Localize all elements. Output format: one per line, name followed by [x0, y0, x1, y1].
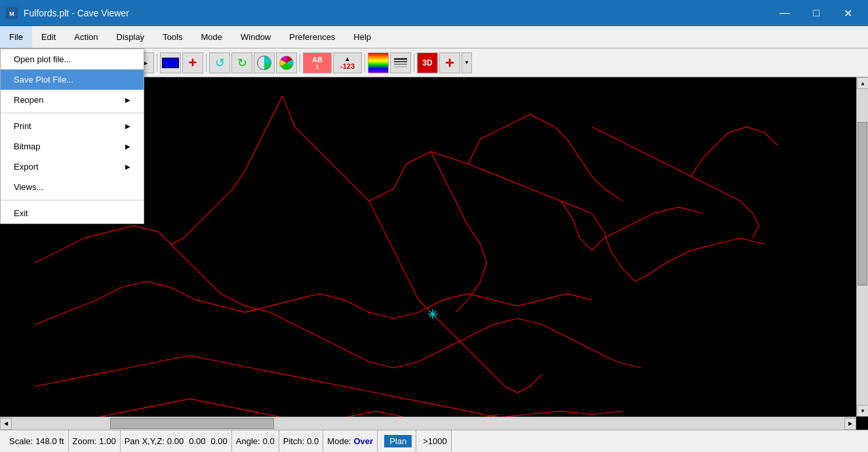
- horizontal-scrollbar[interactable]: ◀ ▶: [0, 417, 856, 430]
- pitch-label: Pitch:: [283, 436, 305, 446]
- app-icon: M: [5, 7, 18, 20]
- red-crosshair-button[interactable]: [439, 52, 460, 73]
- extra-segment: >1000: [416, 430, 452, 452]
- scroll-left-button[interactable]: ◀: [0, 418, 12, 430]
- 3d-icon: 3D: [422, 58, 432, 67]
- zoom-value: 1.00: [99, 436, 115, 446]
- scroll-up-button[interactable]: ▲: [857, 77, 868, 89]
- pan-label: Pan X,Y,Z:: [125, 436, 165, 446]
- bitmap-arrow: ▶: [125, 143, 130, 150]
- menu-action[interactable]: Action: [65, 26, 107, 48]
- menu-bar: File Open plot file... Save Plot File...…: [0, 26, 868, 48]
- close-button[interactable]: ✕: [833, 3, 863, 24]
- pan-z-value: 0.00: [210, 436, 227, 446]
- pie-chart-1-button[interactable]: [254, 52, 275, 73]
- scale-segment: Scale: 148.0 ft: [5, 430, 69, 452]
- menu-preferences-label: Preferences: [289, 32, 335, 42]
- menu-help[interactable]: Help: [344, 26, 380, 48]
- rotate-ccw-icon: ↺: [215, 56, 225, 70]
- extra-value: >1000: [423, 436, 447, 446]
- menu-views[interactable]: Views...: [1, 177, 144, 197]
- svg-text:M: M: [9, 10, 14, 17]
- menu-bitmap[interactable]: Bitmap ▶: [1, 136, 144, 157]
- menu-save-plot[interactable]: Save Plot File...: [1, 69, 144, 90]
- title-bar: M Fulfords.plt - Cave Viewer — □ ✕: [0, 0, 868, 26]
- zoom-button[interactable]: [160, 52, 181, 73]
- ab-icon-top: AB: [312, 56, 323, 64]
- line-style-icon2: [394, 61, 407, 62]
- color-palette-button[interactable]: [368, 52, 389, 73]
- pie-chart-2-icon: [279, 56, 294, 70]
- menu-export[interactable]: Export ▶: [1, 157, 144, 177]
- pie-chart-2-button[interactable]: [276, 52, 297, 73]
- title-bar-controls: — □ ✕: [770, 3, 863, 24]
- export-arrow: ▶: [125, 163, 130, 170]
- menu-edit[interactable]: Edit: [32, 26, 65, 48]
- rotate-cw-button[interactable]: ↻: [231, 52, 252, 73]
- plan-segment[interactable]: Plan: [378, 430, 416, 452]
- menu-window-label: Window: [241, 32, 271, 42]
- scroll-right-button[interactable]: ▶: [844, 418, 856, 430]
- menu-print[interactable]: Print ▶: [1, 116, 144, 136]
- num-icon-top: ▲: [345, 56, 351, 62]
- add-button[interactable]: +: [182, 52, 203, 73]
- maximize-button[interactable]: □: [801, 3, 831, 24]
- end-dropdown-icon: ▼: [464, 60, 469, 66]
- menu-display[interactable]: Display: [108, 26, 154, 48]
- minimize-button[interactable]: —: [770, 3, 800, 24]
- scroll-thumb-horizontal[interactable]: [110, 418, 274, 429]
- line-style-icon4: [394, 66, 407, 67]
- rotate-cw-icon: ↻: [237, 56, 247, 70]
- menu-action-label: Action: [74, 32, 98, 42]
- zoom-segment: Zoom: 1.00: [69, 430, 121, 452]
- angle-segment: Angle: 0.0: [232, 430, 279, 452]
- scroll-track-horizontal[interactable]: [12, 417, 844, 430]
- menu-tools[interactable]: Tools: [153, 26, 191, 48]
- angle-label: Angle:: [236, 436, 260, 446]
- file-dropdown: Open plot file... Save Plot File... Reop…: [0, 48, 144, 224]
- menu-mode[interactable]: Mode: [191, 26, 231, 48]
- scroll-track-vertical[interactable]: [857, 89, 868, 405]
- line-style-icon: [394, 58, 407, 60]
- rotate-ccw-button[interactable]: ↺: [209, 52, 230, 73]
- separator-2: [1, 200, 144, 200]
- scroll-down-button[interactable]: ▼: [857, 405, 868, 417]
- mode-value: Over: [353, 436, 373, 446]
- add-icon: +: [189, 56, 197, 70]
- menu-mode-label: Mode: [201, 32, 222, 42]
- scroll-thumb-vertical[interactable]: [858, 122, 867, 286]
- 3d-view-button[interactable]: 3D: [417, 52, 438, 73]
- menu-file-label: File: [9, 32, 23, 42]
- sep2: [157, 54, 157, 72]
- reopen-arrow: ▶: [125, 96, 130, 104]
- status-bar: Scale: 148.0 ft Zoom: 1.00 Pan X,Y,Z: 0.…: [0, 430, 868, 452]
- sep5: [365, 54, 365, 72]
- menu-open-plot[interactable]: Open plot file...: [1, 49, 144, 69]
- menu-preferences[interactable]: Preferences: [280, 26, 344, 48]
- vertical-scrollbar[interactable]: ▲ ▼: [856, 77, 868, 417]
- menu-exit[interactable]: Exit: [1, 203, 144, 223]
- scale-value: 148.0 ft: [35, 436, 64, 446]
- line-style-button[interactable]: [390, 52, 411, 73]
- ab-label-button[interactable]: AB 1: [303, 52, 332, 73]
- pan-x-value: 0.00: [167, 436, 184, 446]
- pitch-value: 0.0: [307, 436, 319, 446]
- menu-help-label: Help: [353, 32, 371, 42]
- num-icon-bot: -123: [340, 62, 355, 70]
- menu-reopen[interactable]: Reopen ▶: [1, 90, 144, 110]
- menu-edit-label: Edit: [41, 32, 56, 42]
- separator-1: [1, 113, 144, 113]
- pie-chart-1-icon: [257, 56, 271, 70]
- toolbar-end-dropdown[interactable]: ▼: [462, 52, 472, 73]
- print-arrow: ▶: [125, 122, 130, 130]
- angle-value: 0.0: [263, 436, 275, 446]
- mode-segment: Mode: Over: [323, 430, 378, 452]
- zoom-label: Zoom:: [73, 436, 97, 446]
- ab-icon-bot: 1: [315, 64, 319, 70]
- plan-button[interactable]: Plan: [384, 435, 412, 447]
- menu-file[interactable]: File Open plot file... Save Plot File...…: [0, 26, 32, 48]
- pan-y-value: 0.00: [189, 436, 205, 446]
- scale-label: Scale:: [9, 436, 33, 446]
- menu-window[interactable]: Window: [231, 26, 280, 48]
- number-display-button[interactable]: ▲ -123: [333, 52, 362, 73]
